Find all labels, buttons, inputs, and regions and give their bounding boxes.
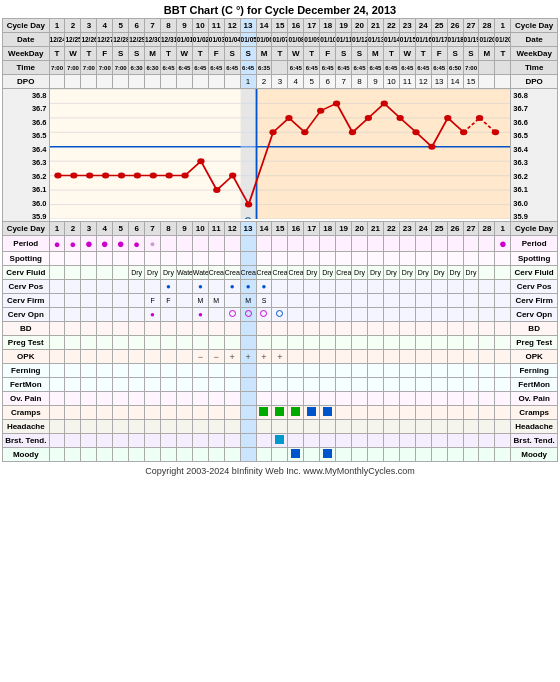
fertmon-row: FertMon FertMon (3, 378, 558, 392)
svg-point-23 (181, 173, 188, 179)
moody-row: Moody Moody (3, 448, 558, 462)
svg-text:OVULATION: OVULATION (243, 217, 253, 219)
period-row: Period ● ● ● ● ● ● ● ● Period (3, 236, 558, 252)
temp-chart-svg: OVULATION (50, 89, 511, 219)
cramps-row: Cramps Cramps (3, 406, 558, 420)
opk-row: OPK − − + + + + OPK (3, 350, 558, 364)
bd-row: BD BD (3, 322, 558, 336)
svg-point-38 (428, 144, 435, 150)
spotting-row: Spotting Spotting (3, 252, 558, 266)
cerv-opn-row: Cerv Opn ● ● Cerv Opn (3, 308, 558, 322)
svg-point-25 (213, 187, 220, 193)
cerv-pos-row: Cerv Pos ● ● ● ● ● Cerv Pos (3, 280, 558, 294)
svg-point-19 (117, 173, 124, 179)
preg-row: Preg Test Preg Test (3, 336, 558, 350)
svg-point-17 (86, 173, 93, 179)
svg-rect-12 (240, 89, 256, 219)
svg-point-35 (380, 100, 387, 106)
cerv-firm-row: Cerv Firm F F M M M S Cerv Firm (3, 294, 558, 308)
chart-container: Cycle Day 1234 5678 9101112 13 141516 17… (0, 18, 560, 462)
svg-point-20 (133, 173, 140, 179)
svg-point-30 (301, 129, 308, 135)
cycle-day-row: Cycle Day 1234 5678 9101112 13 141516 17… (3, 19, 558, 33)
svg-point-34 (364, 115, 371, 121)
svg-point-42 (491, 129, 498, 135)
svg-point-32 (332, 100, 339, 106)
svg-rect-0 (50, 89, 241, 219)
date-row: Date 12/2412/25 12/2612/27 12/2812/29 12… (3, 33, 558, 47)
cycle-day-row-bottom: Cycle Day 1234 5678 9101112 13 141516 17… (3, 222, 558, 236)
svg-point-28 (269, 129, 276, 135)
svg-point-21 (149, 173, 156, 179)
svg-point-39 (444, 115, 451, 121)
brst-tend-row: Brst. Tend. Brst. Tend. (3, 434, 558, 448)
svg-point-41 (475, 115, 482, 121)
svg-point-33 (348, 129, 355, 135)
svg-point-40 (460, 129, 467, 135)
svg-point-26 (229, 173, 236, 179)
svg-point-31 (317, 108, 324, 114)
page-title: BBT Chart (C °) for Cycle December 24, 2… (0, 0, 560, 18)
svg-point-27 (244, 202, 251, 208)
svg-point-16 (70, 173, 77, 179)
svg-point-18 (101, 173, 108, 179)
svg-rect-1 (240, 89, 510, 219)
svg-point-22 (165, 173, 172, 179)
svg-point-36 (396, 115, 403, 121)
svg-point-37 (412, 129, 419, 135)
cycle-day-label: Cycle Day (3, 19, 50, 33)
temp-chart-row: 36.8 36.7 36.6 36.5 36.4 36.3 36.2 36.1 … (3, 89, 558, 222)
copyright: Copyright 2003-2024 bInfinity Web Inc. w… (0, 462, 560, 480)
weekday-row: WeekDay TWTF SSMT WTFS S MTW TFSS MTWT F… (3, 47, 558, 61)
svg-point-29 (285, 115, 292, 121)
cerv-fluid-row: Cerv Fluid Dry Dry Dry Watery Watery Cre… (3, 266, 558, 280)
ovpain-row: Ov. Pain Ov. Pain (3, 392, 558, 406)
dpo-row: DPO 1 234 5678 9101112 131415 DPO (3, 75, 558, 89)
svg-point-15 (54, 173, 61, 179)
svg-point-24 (197, 158, 204, 164)
headache-row: Headache Headache (3, 420, 558, 434)
ferning-row: Ferning Ferning (3, 364, 558, 378)
time-row: Time 7:007:00 7:007:00 7:006:30 6:306:45… (3, 61, 558, 75)
bbt-table: Cycle Day 1234 5678 9101112 13 141516 17… (2, 18, 558, 462)
